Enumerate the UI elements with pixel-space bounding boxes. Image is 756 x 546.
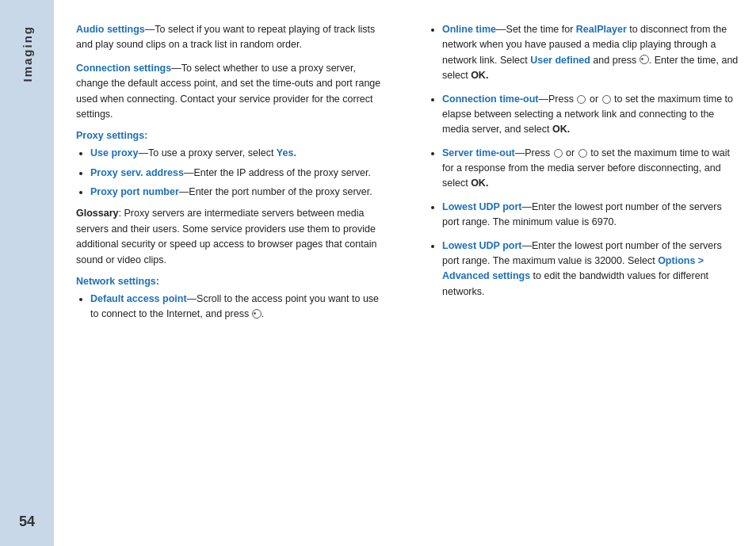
right-nav-icon2 [578,149,587,158]
realplayer-link: RealPlayer [576,24,627,35]
default-access-link: Default access point [90,293,187,304]
lowest-udp-max-link: Lowest UDP port [442,240,521,251]
audio-settings-link: Audio settings [76,24,145,35]
ok-label2: OK. [552,124,570,135]
nav-dot-icon2 [640,55,649,64]
lowest-udp-max-item: Lowest UDP port—Enter the lowest port nu… [442,239,740,300]
proxy-settings-heading: Proxy settings: [76,130,388,141]
use-proxy-yes: Yes. [277,147,296,158]
proxy-serv-item: Proxy serv. address—Enter the IP address… [90,166,388,181]
proxy-port-link: Proxy port number [90,186,179,197]
online-time-item: Online time—Set the time for RealPlayer … [442,22,740,84]
server-timeout-link: Server time-out [442,147,515,158]
network-bullet-list: Default access point—Scroll to the acces… [90,292,388,323]
server-timeout-item: Server time-out—Press or to set the maxi… [442,146,740,192]
proxy-port-item: Proxy port number—Enter the port number … [90,185,388,200]
page-number: 54 [19,514,35,530]
user-defined-link: User defined [530,55,590,66]
default-access-item: Default access point—Scroll to the acces… [90,292,388,323]
proxy-serv-text: —Enter the IP address of the proxy serve… [184,167,371,178]
right-bullet-list: Online time—Set the time for RealPlayer … [437,22,740,300]
left-nav-icon [577,95,586,104]
proxy-serv-link: Proxy serv. address [90,167,184,178]
use-proxy-text: —To use a proxy server, select [138,147,273,158]
right-column: Online time—Set the time for RealPlayer … [420,22,740,530]
proxy-bullet-list: Use proxy—To use a proxy server, select … [90,146,388,200]
left-nav-icon2 [554,149,563,158]
sidebar: Imaging 54 [0,0,54,546]
glossary-label: Glossary [76,208,119,219]
use-proxy-link: Use proxy [90,147,138,158]
nav-dot-icon [252,309,262,319]
main-content: Audio settings—To select if you want to … [54,0,756,546]
glossary-block: Glossary: Proxy servers are intermediate… [76,206,388,268]
left-column: Audio settings—To select if you want to … [76,22,396,530]
right-nav-icon [602,95,611,104]
ok-label3: OK. [471,178,488,189]
lowest-udp-min-link: Lowest UDP port [442,201,521,212]
audio-settings-block: Audio settings—To select if you want to … [76,22,388,53]
connection-settings-link: Connection settings [76,63,171,74]
use-proxy-item: Use proxy—To use a proxy server, select … [90,146,388,161]
sidebar-label: Imaging [21,25,34,82]
online-time-link: Online time [442,24,496,35]
connection-timeout-item: Connection time-out—Press or to set the … [442,92,740,138]
connection-timeout-link: Connection time-out [442,94,539,105]
options-advanced-link: Options > Advanced settings [442,255,704,281]
ok-label1: OK. [471,70,488,81]
glossary-text: : Proxy servers are intermediate servers… [76,208,376,265]
proxy-port-text: —Enter the port number of the proxy serv… [179,186,372,197]
lowest-udp-min-item: Lowest UDP port—Enter the lowest port nu… [442,200,740,231]
connection-settings-block: Connection settings—To select whether to… [76,61,388,123]
network-settings-heading: Network settings: [76,276,388,287]
